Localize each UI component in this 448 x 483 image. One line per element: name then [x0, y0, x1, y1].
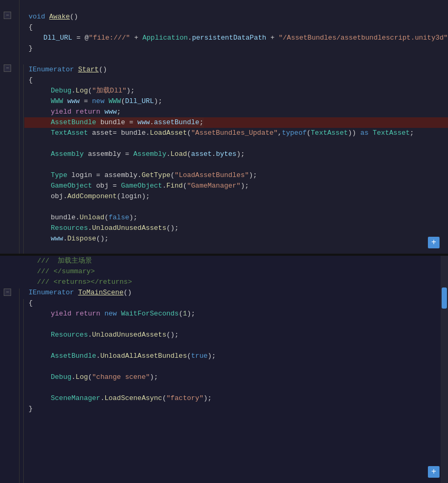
code-text: "AssetBundles_Update": [191, 128, 278, 138]
code-text: UnloadUnusedAssets: [92, 223, 166, 234]
code-line: yield return new WaitForSeconds(1);: [24, 309, 441, 319]
code-text: [104, 96, 108, 107]
fold-marker-awake[interactable]: −: [4, 12, 11, 19]
code-line: [24, 160, 448, 170]
code-text: .: [71, 372, 76, 383]
code-line: void Awake(): [24, 12, 448, 22]
code-text: (): [123, 287, 132, 298]
code-text: .: [96, 351, 100, 361]
code-text: [100, 107, 105, 117]
code-text: "/AssetBundles/assetbundlescript.unity3d…: [279, 33, 448, 43]
code-text: (: [179, 309, 183, 319]
code-line: [24, 361, 441, 372]
code-line: yield return www;: [24, 107, 448, 117]
code-text: {: [29, 22, 33, 33]
code-text: (: [121, 96, 125, 107]
code-line: Dll_URL = @"file:///" + Application.pers…: [24, 33, 448, 43]
code-text: Debug: [51, 372, 71, 383]
code-text: Unload: [80, 212, 105, 223]
code-text: );: [204, 393, 212, 404]
keyword: IEnumerator: [29, 287, 74, 298]
code-text: ();: [96, 234, 108, 244]
code-text: asset: [191, 149, 212, 160]
scrollbar-bottom[interactable]: [441, 256, 448, 483]
fold-marker-start[interactable]: −: [4, 64, 11, 72]
code-text: SceneManager: [51, 393, 100, 404]
keyword: return: [76, 107, 100, 117]
code-line: obj.AddComponent(login);: [24, 191, 448, 202]
code-text: (: [187, 128, 191, 138]
guide-line-1: [19, 0, 20, 254]
code-line: [24, 138, 448, 149]
code-text: ;: [199, 117, 204, 128]
code-line: www.Dispose();: [24, 234, 448, 244]
code-text: (: [170, 170, 175, 181]
code-line: [24, 0, 448, 12]
code-text: assembly =: [84, 149, 133, 160]
code-text: (: [88, 372, 92, 383]
keyword: true: [191, 351, 207, 361]
comment-text: /// 加载主场景: [37, 256, 92, 266]
code-text: }: [29, 43, 33, 54]
comment-text: /// </summary>: [37, 266, 95, 277]
code-text: {: [29, 298, 33, 309]
code-line: [24, 319, 441, 330]
code-text: Dispose: [67, 234, 96, 244]
left-margin-bottom: −: [0, 256, 15, 483]
code-text: );: [208, 351, 216, 361]
code-text: );: [126, 86, 135, 96]
code-text: .: [166, 149, 170, 160]
code-text: .: [63, 234, 67, 244]
code-text: (: [187, 351, 191, 361]
code-text: [369, 128, 373, 138]
code-line: /// </summary>: [24, 266, 441, 277]
keyword: yield: [51, 309, 71, 319]
scrollbar-thumb-bottom: [442, 287, 447, 309]
keyword: as: [360, 128, 369, 138]
code-line: }: [24, 43, 448, 54]
code-text: UnloadUnusedAssets: [92, 330, 166, 340]
keyword: return: [76, 309, 100, 319]
code-text: .: [100, 393, 105, 404]
code-text: .: [212, 149, 216, 160]
code-text: ;: [410, 128, 414, 138]
code-line: TextAsset asset= bundle.LoadAsset("Asset…: [24, 128, 448, 138]
code-line: Debug.Log("change scene");: [24, 372, 441, 383]
code-text: TextAsset: [51, 128, 88, 138]
code-line: /// <returns></returns>: [24, 277, 441, 287]
code-text: (: [307, 128, 311, 138]
code-text: {: [29, 75, 33, 86]
plus-button-top[interactable]: +: [428, 237, 440, 248]
code-text: UnloadAllAssetBundles: [100, 351, 187, 361]
code-text: TextAsset: [373, 128, 410, 138]
code-line: Debug.Log("加载Dll");: [24, 86, 448, 96]
code-text: );: [129, 212, 138, 223]
code-top: void Awake() { Dll_URL = @"file:///" + A…: [24, 0, 448, 254]
fold-marker-tomain[interactable]: −: [4, 289, 11, 296]
code-text: Assembly: [51, 149, 84, 160]
code-text: .: [88, 330, 92, 340]
code-text: .: [88, 223, 92, 234]
code-line: [24, 202, 448, 212]
top-section: − − void Awake() { Dll_URL = @"file:///"…: [0, 0, 448, 254]
code-text: Resources: [51, 223, 88, 234]
code-text: );: [249, 170, 258, 181]
code-bottom: /// 加载主场景 /// </summary> /// <returns></…: [24, 256, 441, 483]
keyword: new: [104, 309, 116, 319]
code-text: (: [88, 86, 92, 96]
code-text: Type: [51, 170, 67, 181]
code-text: (: [187, 149, 191, 160]
keyword: void: [29, 12, 45, 22]
code-text: ();: [166, 330, 178, 340]
code-text: Resources: [51, 330, 88, 340]
code-text: "GameManager": [187, 181, 240, 191]
code-text: Log: [76, 372, 88, 383]
code-text: Dll_URL: [125, 96, 154, 107]
plus-button-bottom[interactable]: +: [428, 466, 440, 478]
code-text: Assembly: [133, 149, 166, 160]
code-text: [117, 309, 121, 319]
code-text: Debug: [51, 86, 71, 96]
left-margin-top: − −: [0, 0, 15, 254]
code-line: Type login = assembly.GetType("LoadAsset…: [24, 170, 448, 181]
keyword: yield: [51, 107, 71, 117]
